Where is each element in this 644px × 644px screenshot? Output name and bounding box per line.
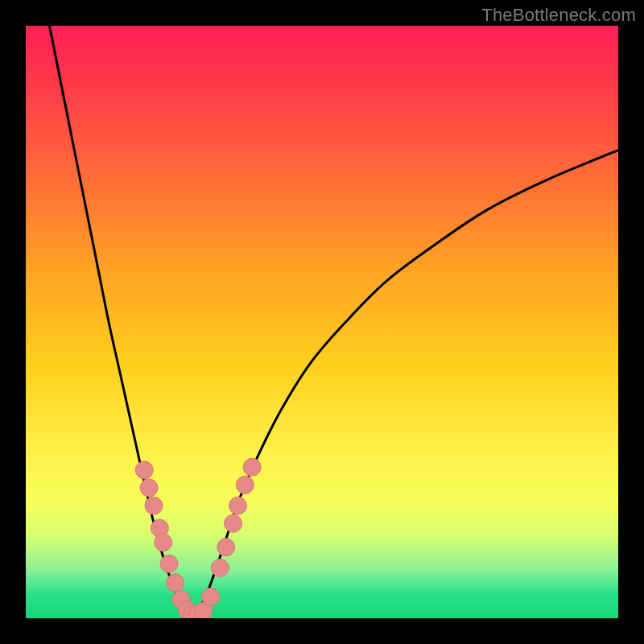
data-marker bbox=[211, 559, 229, 576]
chart-frame: TheBottleneck.com bbox=[0, 0, 644, 644]
data-marker bbox=[140, 479, 158, 497]
data-marker bbox=[145, 497, 163, 514]
data-marker bbox=[217, 539, 235, 556]
curve-left-branch bbox=[49, 26, 192, 618]
data-marker bbox=[135, 461, 153, 479]
watermark-text: TheBottleneck.com bbox=[481, 5, 636, 26]
data-marker bbox=[243, 458, 261, 476]
data-marker bbox=[202, 588, 220, 606]
data-marker bbox=[236, 476, 254, 493]
data-marker bbox=[155, 534, 172, 551]
plot-area bbox=[26, 26, 618, 618]
data-marker bbox=[160, 555, 178, 572]
data-marker bbox=[229, 497, 246, 514]
data-marker bbox=[225, 514, 242, 532]
curve-right-branch bbox=[192, 151, 618, 618]
curve-canvas bbox=[26, 26, 618, 618]
data-marker bbox=[166, 574, 184, 592]
